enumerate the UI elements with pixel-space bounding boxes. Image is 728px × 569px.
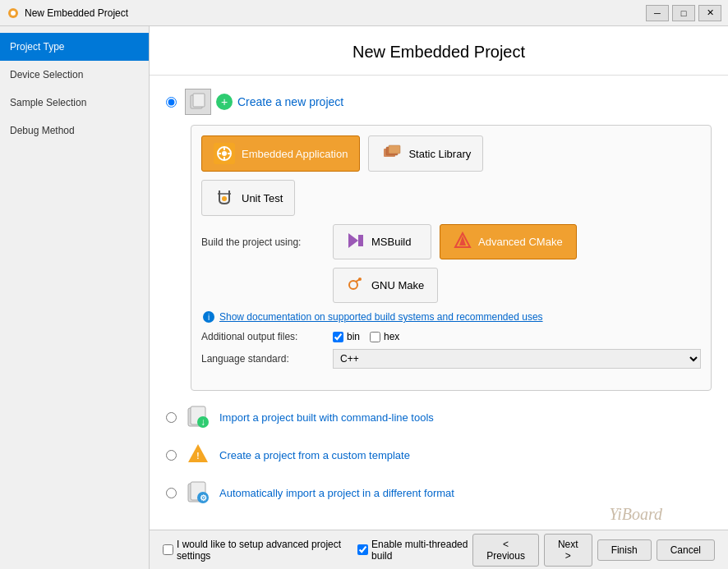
language-standard-label: Language standard: xyxy=(201,353,333,365)
build-label: Build the project using: xyxy=(201,236,333,248)
sidebar-item-debug-method[interactable]: Debug Method xyxy=(0,117,149,145)
additional-output-label: Additional output files: xyxy=(201,331,333,342)
bin-checkbox[interactable] xyxy=(333,332,343,342)
cancel-button[interactable]: Cancel xyxy=(657,539,715,561)
project-types-panel: Embedded Application Static Library xyxy=(191,125,712,391)
import-cmdline-option: ↓ Import a project built with command-li… xyxy=(166,404,712,430)
docs-link-row: i Show documentation on supported build … xyxy=(203,311,701,323)
unit-test-button[interactable]: Unit Test xyxy=(201,180,295,216)
static-lib-icon xyxy=(380,143,402,164)
import-cmdline-label: Import a project built with command-line… xyxy=(219,411,434,424)
hex-checkbox-label[interactable]: hex xyxy=(370,331,399,342)
gnu-make-button[interactable]: GNU Make xyxy=(333,268,438,303)
plus-circle-icon: + xyxy=(216,94,233,110)
multi-threaded-checkbox[interactable] xyxy=(357,544,368,555)
previous-button[interactable]: < Previous xyxy=(472,534,539,567)
gnu-make-icon xyxy=(347,275,365,296)
sidebar-item-project-type[interactable]: Project Type xyxy=(0,33,149,61)
sidebar: Project Type Device Selection Sample Sel… xyxy=(0,26,150,569)
custom-template-option: ! Create a project from a custom templat… xyxy=(166,442,712,468)
multi-threaded-label[interactable]: Enable multi-threaded build xyxy=(357,539,472,562)
next-button[interactable]: Next > xyxy=(544,534,592,567)
bottom-right: < Previous Next > Finish Cancel xyxy=(472,534,715,567)
maximize-button[interactable]: □ xyxy=(672,5,695,21)
auto-import-icon: ⚙ xyxy=(185,480,211,506)
sidebar-item-sample-selection[interactable]: Sample Selection xyxy=(0,89,149,117)
finish-button[interactable]: Finish xyxy=(597,539,652,561)
project-type-row: Embedded Application Static Library xyxy=(201,135,701,172)
content-area: New Embedded Project + Create a new proj… xyxy=(150,26,728,569)
svg-point-14 xyxy=(222,196,227,201)
additional-output-row: Additional output files: bin hex xyxy=(201,331,701,342)
hex-checkbox[interactable] xyxy=(370,332,380,342)
titlebar-title: New Embedded Project xyxy=(25,7,646,19)
msbuild-button[interactable]: MSBuild xyxy=(333,224,431,259)
docs-link[interactable]: Show documentation on supported build sy… xyxy=(219,311,543,323)
advanced-cmake-button[interactable]: Advanced CMake xyxy=(440,224,577,259)
project-type-row-2: Unit Test xyxy=(201,180,701,216)
language-standard-row: Language standard: C++ C99 C11 GNU11 xyxy=(201,349,701,369)
create-new-project-option: + Create a new project xyxy=(166,89,712,115)
gnu-make-row: GNU Make xyxy=(201,268,701,303)
embedded-app-icon xyxy=(214,143,235,164)
svg-marker-15 xyxy=(348,233,358,248)
bin-label: bin xyxy=(347,331,360,342)
auto-import-label: Automatically import a project in a diff… xyxy=(219,487,454,499)
unit-test-label: Unit Test xyxy=(242,192,283,204)
embedded-app-label: Embedded Application xyxy=(242,148,348,160)
advanced-settings-text: I would like to setup advanced project s… xyxy=(177,539,348,562)
info-icon: i xyxy=(203,311,214,323)
titlebar-controls: ─ □ ✕ xyxy=(646,5,721,21)
app-icon xyxy=(7,7,20,20)
create-new-label: Create a new project xyxy=(237,95,343,108)
bottom-bar: I would like to setup advanced project s… xyxy=(150,530,728,569)
advanced-settings-label[interactable]: I would like to setup advanced project s… xyxy=(163,539,348,562)
svg-point-5 xyxy=(222,151,227,156)
new-project-icon xyxy=(185,89,211,115)
content-header: New Embedded Project xyxy=(150,26,728,76)
bin-checkbox-label[interactable]: bin xyxy=(333,331,360,342)
static-lib-label: Static Library xyxy=(408,148,471,160)
import-cmdline-radio[interactable] xyxy=(166,412,177,423)
svg-rect-3 xyxy=(193,94,205,107)
close-button[interactable]: ✕ xyxy=(698,5,721,21)
svg-text:↓: ↓ xyxy=(200,416,205,428)
bottom-left: I would like to setup advanced project s… xyxy=(163,539,472,562)
custom-template-label: Create a project from a custom template xyxy=(219,449,410,461)
import-cmdline-icon: ↓ xyxy=(185,404,211,430)
svg-point-21 xyxy=(358,278,362,281)
page-title: New Embedded Project xyxy=(150,43,728,62)
msbuild-icon xyxy=(347,232,365,252)
msbuild-label: MSBuild xyxy=(371,236,411,248)
svg-text:⚙: ⚙ xyxy=(200,493,207,502)
static-library-button[interactable]: Static Library xyxy=(368,135,483,172)
svg-text:!: ! xyxy=(196,452,199,461)
multi-threaded-text: Enable multi-threaded build xyxy=(371,539,472,562)
custom-template-radio[interactable] xyxy=(166,450,177,461)
gnu-make-label: GNU Make xyxy=(371,279,424,291)
language-standard-select[interactable]: C++ C99 C11 GNU11 xyxy=(333,349,701,369)
minimize-button[interactable]: ─ xyxy=(646,5,669,21)
cmake-icon xyxy=(454,232,472,252)
hex-label: hex xyxy=(384,331,399,342)
embedded-application-button[interactable]: Embedded Application xyxy=(201,135,360,172)
build-options: MSBuild Advanced CMake xyxy=(333,224,577,259)
advanced-settings-checkbox[interactable] xyxy=(163,544,173,555)
create-new-radio[interactable] xyxy=(166,97,177,108)
advanced-cmake-label: Advanced CMake xyxy=(478,236,563,248)
unit-test-icon xyxy=(214,187,235,209)
svg-point-1 xyxy=(11,11,16,16)
titlebar: New Embedded Project ─ □ ✕ xyxy=(0,0,728,26)
svg-rect-16 xyxy=(358,235,363,246)
content-body: + Create a new project xyxy=(150,76,728,530)
output-checkboxes: bin hex xyxy=(333,331,399,342)
svg-rect-12 xyxy=(389,145,400,154)
main-container: Project Type Device Selection Sample Sel… xyxy=(0,26,728,569)
sidebar-item-device-selection[interactable]: Device Selection xyxy=(0,61,149,89)
gnu-make-options: GNU Make xyxy=(333,268,438,303)
custom-template-icon: ! xyxy=(185,442,211,468)
build-system-row: Build the project using: MSBuild xyxy=(201,224,701,259)
auto-import-radio[interactable] xyxy=(166,488,177,498)
auto-import-option: ⚙ Automatically import a project in a di… xyxy=(166,480,712,506)
